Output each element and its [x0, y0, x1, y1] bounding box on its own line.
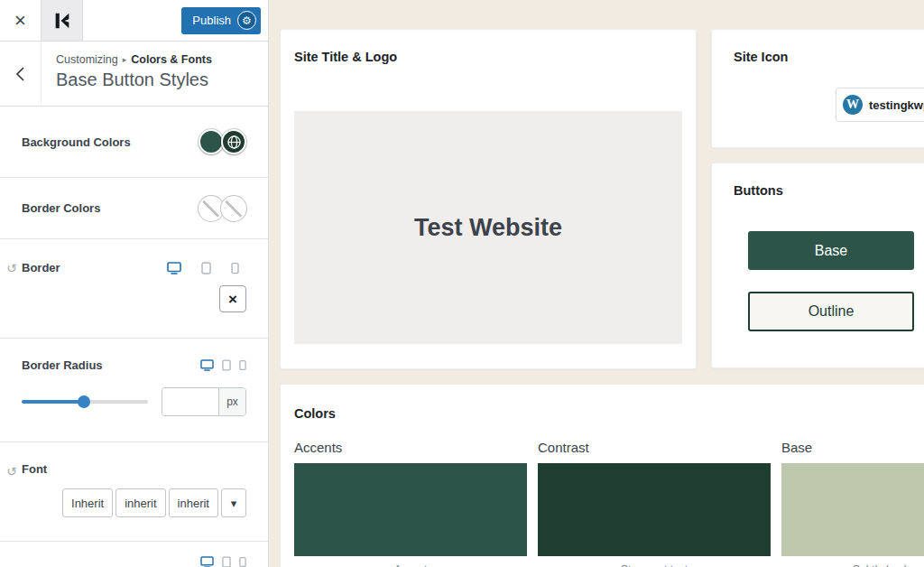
colors-card-heading: Colors — [294, 406, 924, 421]
color-group-label: Accents — [294, 440, 527, 455]
publish-settings-gear-icon[interactable]: ⚙ — [237, 11, 256, 30]
color-groups: Accents Accent Contrast Strongest text B… — [294, 440, 924, 567]
background-colors-label: Background Colors — [22, 135, 131, 149]
color-swatch-caption: Subtle background — [781, 563, 924, 567]
font-label: Font — [22, 462, 47, 476]
font-dropdown-button[interactable]: ▾ — [221, 488, 246, 517]
color-group-accents: Accents Accent — [294, 440, 527, 567]
reset-icon[interactable]: ↺ — [6, 465, 17, 478]
color-swatch — [294, 463, 527, 556]
border-radius-unit: px — [218, 388, 245, 415]
control-border-colors: Border Colors — [0, 178, 268, 239]
border-color-swatches — [199, 196, 246, 221]
breadcrumb-customizing: Customizing — [56, 53, 118, 66]
color-group-label: Contrast — [538, 440, 771, 455]
panel-title: Base Button Styles — [56, 70, 259, 90]
controls-list: Background Colors Border Colors — [0, 107, 268, 567]
responsive-device-toggle — [167, 262, 239, 274]
site-preview: Site Title & Logo Test Website Site Icon… — [269, 0, 924, 567]
border-radius-input[interactable] — [162, 388, 218, 415]
customizer-topbar: × Publish ⚙ — [0, 0, 268, 42]
desktop-icon[interactable] — [167, 262, 181, 274]
close-icon: × — [14, 11, 26, 31]
site-name-text: testingkwp — [869, 98, 924, 112]
publish-label: Publish — [192, 14, 231, 27]
color-swatch — [781, 463, 924, 556]
site-icon-card-heading: Site Icon — [734, 50, 924, 64]
color-group-label: Base — [781, 440, 924, 455]
preview-outline-button[interactable]: Outline — [748, 292, 914, 331]
site-title-card: Site Title & Logo Test Website — [280, 29, 697, 369]
site-title-preview: Test Website — [294, 111, 682, 344]
border-style-none-button[interactable]: × — [219, 285, 246, 312]
tablet-icon[interactable] — [201, 262, 211, 274]
tablet-icon[interactable] — [222, 556, 231, 567]
border-color-swatch[interactable] — [199, 196, 224, 221]
site-icon-preview: W testingkwp — [836, 88, 924, 122]
desktop-icon[interactable] — [200, 359, 214, 371]
color-swatch-caption: Accent — [294, 563, 527, 567]
border-label: Border — [22, 261, 60, 274]
globe-icon — [226, 135, 242, 150]
back-chevron-icon — [15, 66, 25, 82]
phone-icon[interactable] — [239, 556, 246, 567]
color-swatch — [538, 463, 771, 556]
background-color-global-swatch[interactable] — [221, 129, 246, 154]
control-border: ↺ Border × — [0, 239, 268, 339]
border-colors-label: Border Colors — [22, 201, 100, 215]
background-color-swatch[interactable] — [199, 129, 224, 154]
preview-base-button[interactable]: Base — [748, 231, 914, 270]
tablet-icon[interactable] — [222, 359, 231, 371]
theme-logo-button[interactable] — [42, 0, 83, 41]
breadcrumb-arrow-icon: ▸ — [123, 55, 127, 64]
border-radius-slider[interactable] — [22, 395, 148, 408]
font-weight-button[interactable]: inherit — [116, 488, 165, 517]
border-radius-input-group: px — [162, 387, 246, 416]
buttons-card-heading: Buttons — [734, 183, 924, 198]
publish-area: Publish ⚙ — [181, 0, 268, 41]
desktop-icon[interactable] — [200, 556, 214, 567]
breadcrumb: Customizing ▸ Colors & Fonts Base Button… — [56, 53, 259, 90]
colors-card: Colors Accents Accent Contrast Strongest… — [280, 384, 924, 567]
theme-logo-icon — [52, 11, 72, 31]
control-border-radius: Border Radius px — [0, 339, 268, 442]
publish-button[interactable]: Publish ⚙ — [181, 7, 261, 34]
slider-fill — [22, 400, 84, 404]
section-header: Customizing ▸ Colors & Fonts Base Button… — [0, 42, 268, 107]
control-background-colors: Background Colors — [0, 107, 268, 178]
border-color-global-swatch[interactable] — [221, 196, 246, 221]
site-icon-card: Site Icon W testingkwp — [711, 29, 924, 148]
responsive-device-toggle — [200, 359, 246, 371]
border-radius-label: Border Radius — [22, 358, 103, 372]
chevron-down-icon: ▾ — [231, 497, 237, 510]
control-font: ↺ Font Inherit inherit inherit ▾ — [0, 442, 268, 542]
slider-thumb[interactable] — [78, 395, 90, 408]
color-group-contrast: Contrast Strongest text — [538, 440, 771, 567]
font-style-button[interactable]: inherit — [169, 488, 218, 517]
font-family-button[interactable]: Inherit — [62, 488, 113, 517]
color-group-base: Base Subtle background — [781, 440, 924, 567]
breadcrumb-section: Colors & Fonts — [131, 53, 212, 66]
site-title-card-heading: Site Title & Logo — [294, 50, 682, 64]
background-color-swatches — [199, 129, 246, 154]
back-button[interactable] — [0, 42, 42, 106]
phone-icon[interactable] — [239, 359, 246, 371]
wordpress-customizer: × Publish ⚙ Customizing — [0, 0, 924, 567]
phone-icon[interactable] — [231, 262, 239, 274]
control-next-partial — [0, 542, 268, 567]
buttons-card: Buttons Base Outline — [711, 163, 924, 368]
wordpress-logo-icon: W — [843, 95, 863, 115]
reset-icon[interactable]: ↺ — [6, 262, 17, 274]
clear-icon: × — [228, 291, 237, 308]
color-swatch-caption: Strongest text — [538, 563, 771, 567]
responsive-device-toggle — [200, 556, 246, 567]
close-customizer-button[interactable]: × — [0, 0, 42, 41]
customizer-sidebar: × Publish ⚙ Customizing — [0, 0, 269, 567]
site-title-text: Test Website — [414, 214, 562, 242]
